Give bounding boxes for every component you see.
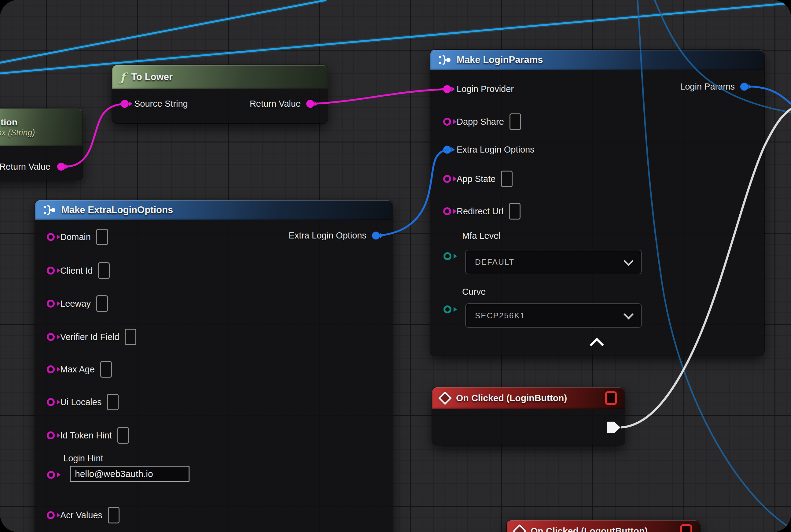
id-token-hint-value-box[interactable] [117, 427, 129, 444]
pin-label-max-age: Max Age [60, 364, 95, 375]
pin-login-hint-input[interactable] [47, 471, 55, 479]
node-header[interactable]: On Clicked (LogoutButton) [507, 520, 700, 532]
verifier-id-field-value-box[interactable] [125, 329, 136, 345]
pin-row-domain: Domain [47, 229, 108, 245]
curve-dropdown[interactable]: SECP256K1 [465, 303, 642, 328]
wire-cable-glow [0, 0, 326, 63]
event-diamond-icon [513, 524, 526, 532]
pin-dapp-share-input[interactable] [443, 118, 451, 126]
pin-row-extra-login-options-in: Extra Login Options [443, 145, 535, 155]
pin-domain-input[interactable] [47, 233, 55, 241]
pin-row-extra-login-options-out: Extra Login Options [289, 230, 380, 241]
pin-label-dapp-share: Dapp Share [457, 117, 504, 127]
bound-widget-icon[interactable] [680, 524, 692, 532]
pin-login-params-output[interactable] [740, 82, 748, 91]
pin-label-login-provider: Login Provider [457, 84, 514, 94]
pin-ui-locales-input[interactable] [47, 398, 55, 406]
node-title: On Clicked (LoginButton) [456, 393, 567, 403]
exec-output-pin[interactable] [607, 422, 620, 433]
pin-row-client-id: Client Id [47, 262, 110, 279]
pin-return-value-output[interactable] [57, 163, 65, 171]
pin-return-value-output[interactable] [306, 100, 314, 108]
function-icon: ƒ [120, 70, 125, 84]
wire-cable-1 [0, 0, 326, 63]
collapse-node-button[interactable] [590, 338, 604, 352]
event-diamond-icon [438, 391, 452, 405]
pin-label-mfa-level: Mfa Level [462, 231, 501, 241]
pin-row-redirect-url: Redirect Url [443, 203, 521, 220]
pin-label-extra-login-options: Extra Login Options [289, 230, 366, 241]
bound-widget-icon[interactable] [605, 391, 617, 405]
pin-label-login-hint: Login Hint [63, 453, 103, 463]
mfa-level-value: DEFAULT [475, 258, 515, 267]
make-struct-icon [43, 205, 55, 215]
ui-locales-value-box[interactable] [107, 394, 119, 410]
pin-acr-values-input[interactable] [47, 511, 55, 519]
pin-label-extra-login-options: Extra Login Options [457, 145, 535, 155]
pin-label-redirect-url: Redirect Url [457, 206, 503, 216]
node-title: Make LoginParams [457, 54, 543, 65]
pin-verifier-id-field-input[interactable] [47, 333, 55, 341]
pin-row-max-age: Max Age [47, 361, 112, 378]
pin-row-verifier-id-field: Verifier Id Field [47, 329, 136, 345]
redirect-url-value-box[interactable] [509, 203, 521, 220]
node-header[interactable]: On Clicked (LoginButton) [432, 387, 625, 409]
pin-row-return-value: Return Value [250, 99, 314, 109]
node-header[interactable]: Make LoginParams [430, 50, 764, 70]
max-age-value-box[interactable] [100, 361, 112, 378]
node-title: To Lower [131, 72, 172, 82]
pin-row-dapp-share: Dapp Share [443, 113, 521, 130]
pin-id-token-hint-input[interactable] [47, 432, 55, 439]
node-to-lower[interactable]: ƒ To Lower Source String Return Value [112, 65, 328, 123]
pin-label-return-value: Return Value [0, 162, 51, 172]
pin-curve-input[interactable] [443, 305, 451, 314]
pin-mfa-level-input[interactable] [443, 252, 451, 260]
node-textbox-function-partial[interactable]: tion ox (String) Return Value [0, 109, 82, 180]
domain-value-box[interactable] [96, 229, 108, 245]
pin-leeway-input[interactable] [47, 300, 55, 308]
pin-row-app-state: App State [443, 171, 513, 187]
node-header[interactable]: tion ox (String) [0, 109, 82, 146]
blueprint-editor: tion ox (String) Return Value ƒ To Lower… [0, 0, 791, 532]
pin-label-source-string: Source String [134, 99, 188, 109]
node-title-fragment: tion [1, 117, 17, 128]
pin-extra-login-options-input[interactable] [443, 146, 451, 153]
pin-label-ui-locales: Ui Locales [60, 397, 101, 407]
pin-row-login-params-out: Login Params [680, 82, 748, 92]
pin-max-age-input[interactable] [47, 365, 55, 373]
pin-row-acr-values: Acr Values [47, 507, 119, 524]
pin-row-leeway: Leeway [47, 296, 108, 312]
client-id-value-box[interactable] [98, 262, 110, 279]
node-title: On Clicked (LogoutButton) [530, 526, 648, 532]
make-struct-icon [438, 55, 450, 65]
node-header[interactable]: Make ExtraLoginOptions [35, 200, 393, 220]
pin-source-string-input[interactable] [121, 100, 129, 108]
pin-row-source-string: Source String [121, 99, 188, 109]
pin-app-state-input[interactable] [443, 175, 451, 183]
node-make-login-params[interactable]: Make LoginParams Login Params Login Prov… [430, 50, 764, 356]
pin-redirect-url-input[interactable] [443, 207, 451, 215]
pin-client-id-input[interactable] [47, 267, 55, 274]
node-on-clicked-login-button[interactable]: On Clicked (LoginButton) [432, 387, 625, 445]
app-state-value-box[interactable] [501, 171, 513, 187]
pin-label-app-state: App State [457, 174, 496, 184]
pin-label-client-id: Client Id [60, 266, 93, 276]
pin-label-leeway: Leeway [60, 299, 91, 309]
pin-extra-login-options-output[interactable] [372, 231, 380, 240]
pin-label-login-params: Login Params [680, 82, 735, 92]
chevron-down-icon [623, 309, 634, 320]
curve-value: SECP256K1 [475, 311, 525, 320]
node-title: Make ExtraLoginOptions [61, 205, 173, 215]
pin-login-provider-input[interactable] [443, 85, 451, 93]
pin-row-ui-locales: Ui Locales [47, 394, 119, 410]
acr-values-value-box[interactable] [108, 507, 119, 524]
node-make-extra-login-options[interactable]: Make ExtraLoginOptions Extra Login Optio… [35, 200, 393, 532]
leeway-value-box[interactable] [96, 296, 108, 312]
dapp-share-value-box[interactable] [509, 113, 521, 130]
node-header[interactable]: ƒ To Lower [112, 65, 328, 89]
mfa-level-dropdown[interactable]: DEFAULT [465, 250, 642, 274]
login-hint-value-field[interactable] [70, 466, 190, 482]
pin-label-verifier-id-field: Verifier Id Field [60, 332, 119, 342]
node-on-clicked-logout-button[interactable]: On Clicked (LogoutButton) [507, 520, 700, 532]
blueprint-graph-canvas[interactable]: tion ox (String) Return Value ƒ To Lower… [0, 0, 791, 532]
